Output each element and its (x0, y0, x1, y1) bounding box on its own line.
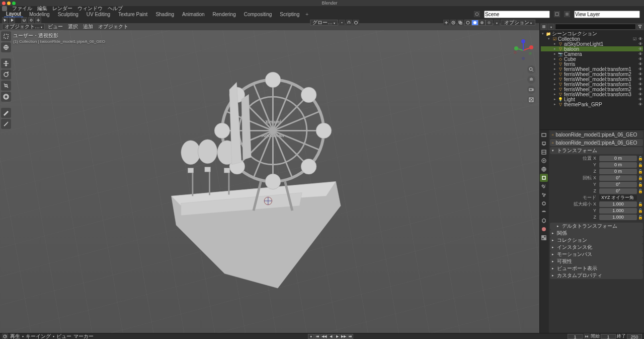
tree-item[interactable]: ▸▽themePark_GRP👁 (541, 102, 643, 107)
outliner-mode-icon[interactable] (541, 24, 547, 30)
tree-scene-collection[interactable]: ▾📁 シーンコレクション (541, 31, 643, 36)
tl-marker[interactable]: マーカー (73, 333, 94, 340)
tab-compositing[interactable]: Compositing (242, 12, 274, 17)
tab-scripting[interactable]: Scripting (278, 12, 301, 17)
prop-object-name[interactable]: ▫ baloonRide_model1:pipeA_06_GEO (550, 139, 643, 146)
nav-gizmo[interactable] (511, 38, 535, 62)
shading-solid-icon[interactable] (471, 20, 478, 26)
vp-menu-object[interactable]: オブジェクト (98, 23, 128, 30)
tl-jump-end-icon[interactable]: ⏭ (347, 334, 353, 339)
rot-x-field[interactable]: 0° (599, 175, 637, 181)
nav-camera-icon[interactable] (527, 86, 535, 94)
snap-mode-icon[interactable] (28, 17, 34, 23)
prop-tab-texture[interactable] (540, 234, 548, 242)
tab-texpaint[interactable]: Texture Paint (116, 12, 149, 17)
rot-mode-dropdown[interactable]: XYZ オイラー角 (599, 195, 637, 200)
tree-item[interactable]: ▸▽ferrisWheel_model:transform2👁 (541, 72, 643, 77)
prop-tab-scene[interactable] (540, 157, 548, 165)
tool-move[interactable] (1, 58, 11, 69)
section-motionpaths[interactable]: ▸モーションパス (550, 251, 643, 258)
scale-x-field[interactable]: 1.000 (599, 201, 637, 207)
vp-menu-view[interactable]: ビュー (48, 23, 63, 30)
tree-collection[interactable]: ▾ ☑ Collection ☑👁 (541, 36, 643, 41)
section-collections[interactable]: ▸コレクション (550, 237, 643, 244)
shading-matprev-icon[interactable] (478, 20, 486, 26)
shading-rendered-icon[interactable] (486, 20, 493, 26)
section-custom-props[interactable]: ▸カスタムプロパティ (550, 272, 643, 279)
tree-item[interactable]: ▸▽ferrisWheel_model:transform3👁 (541, 77, 643, 82)
tool-rotate[interactable] (1, 70, 11, 80)
tool-annotate[interactable] (1, 108, 11, 118)
tree-item[interactable]: ▸💡Light👁 (541, 97, 643, 102)
vp-menu-add[interactable]: 追加 (83, 23, 93, 30)
nav-pan-icon[interactable] (527, 76, 535, 84)
prop-tab-render[interactable] (540, 131, 548, 139)
mode-dropdown[interactable]: オブジェクト… ▾ (2, 24, 45, 30)
scene-name-input[interactable] (484, 11, 550, 18)
nav-zoom-icon[interactable] (527, 65, 535, 74)
tl-prev-key-icon[interactable]: ◀◀ (321, 334, 327, 339)
outliner-display-icon[interactable]: ▾ (548, 24, 554, 30)
viewlayer-name-input[interactable] (574, 11, 640, 18)
rot-y-field[interactable]: 0° (599, 182, 637, 187)
scene-browse-icon[interactable] (474, 11, 480, 17)
prop-tab-particles[interactable] (540, 191, 548, 199)
tl-playback[interactable]: 再生 (10, 333, 20, 340)
tl-next-key-icon[interactable]: ▶▶ (341, 334, 347, 339)
tree-item[interactable]: ▸▽aiSkyDomeLight1👁 (541, 41, 643, 46)
section-visibility[interactable]: ▸可視性 (550, 258, 643, 265)
tab-modeling[interactable]: Modeling (27, 12, 52, 17)
orientation-dropdown[interactable]: グロー… ▾ (310, 20, 338, 26)
options-dropdown[interactable]: オプション ▾ (501, 20, 535, 26)
tool-cursor[interactable] (1, 42, 11, 52)
tree-item[interactable]: ▸▽ferrisWheel_model:transform1👁 (541, 82, 643, 87)
prop-tab-viewlayer[interactable] (540, 148, 548, 156)
tool-scale[interactable] (1, 81, 11, 91)
prop-tab-constraints[interactable] (540, 208, 548, 216)
shading-dropdown-icon[interactable]: ▾ (494, 20, 500, 26)
scale-y-field[interactable]: 1.000 (599, 208, 637, 214)
tl-current-frame[interactable]: 1 (568, 334, 583, 339)
tl-play-rev-icon[interactable]: ◀ (328, 334, 334, 339)
tree-item[interactable]: ▸◇Cube👁 (541, 56, 643, 61)
prop-tab-object[interactable] (540, 174, 548, 182)
pivot-icon[interactable] (339, 20, 345, 26)
tab-rendering[interactable]: Rendering (211, 12, 238, 17)
section-instancing[interactable]: ▸インスタンス化 (550, 244, 643, 251)
tree-item[interactable]: ▸▽ferris👁 (541, 61, 643, 66)
tab-layout[interactable]: Layout (4, 11, 23, 17)
prop-tab-data[interactable] (540, 217, 548, 225)
loc-y-field[interactable]: 0 m (599, 162, 637, 168)
tool-select-box[interactable] (1, 31, 11, 41)
tl-view[interactable]: ビュー (56, 333, 71, 340)
viewport-3d[interactable]: オブジェクト… ▾ ビュー 選択 追加 オブジェクト グロー… ▾ (0, 23, 539, 333)
nav-persp-icon[interactable] (527, 96, 535, 104)
prop-tab-output[interactable] (540, 140, 548, 148)
tree-item[interactable]: ▸▽ferrisWheel_model:transform1👁 (541, 66, 643, 72)
tab-add-button[interactable]: + (305, 12, 308, 17)
viewlayer-browse-icon[interactable] (564, 11, 570, 17)
tl-play-icon[interactable]: ▶ (334, 334, 340, 339)
outliner-search-input[interactable] (555, 24, 636, 30)
tl-start-frame[interactable]: 1 (601, 334, 616, 339)
tree-item[interactable]: ▸▽ferrisWheel_model:transform2👁 (541, 87, 643, 92)
tab-animation[interactable]: Animation (180, 12, 206, 17)
cursor-tool-icon[interactable] (2, 17, 8, 23)
scene-mesh[interactable]: Xinami Aquarium (119, 60, 388, 303)
timeline-editor-icon[interactable] (2, 333, 8, 340)
tab-shading[interactable]: Shading (153, 12, 176, 17)
section-viewport-display[interactable]: ▸ビューポート表示 (550, 265, 643, 272)
section-delta-transform[interactable]: ▸デルタトランスフォーム (550, 223, 643, 230)
vis-overlay-icon[interactable] (450, 20, 456, 26)
section-relations[interactable]: ▸関係 (550, 230, 643, 237)
prop-tab-material[interactable] (540, 225, 548, 233)
tree-item[interactable]: ▸📷Camera👁 (541, 51, 643, 56)
tool-transform[interactable] (1, 92, 11, 102)
maximize-icon[interactable] (12, 2, 16, 5)
tree-item[interactable]: ▸▽baloon👁 (541, 46, 643, 51)
prop-tab-modifiers[interactable] (540, 182, 548, 190)
scene-new-button[interactable] (554, 11, 560, 17)
vis-gizmo-icon[interactable] (443, 20, 449, 26)
tl-autokey-icon[interactable]: ● (308, 334, 314, 339)
tab-sculpting[interactable]: Sculpting (56, 12, 80, 17)
